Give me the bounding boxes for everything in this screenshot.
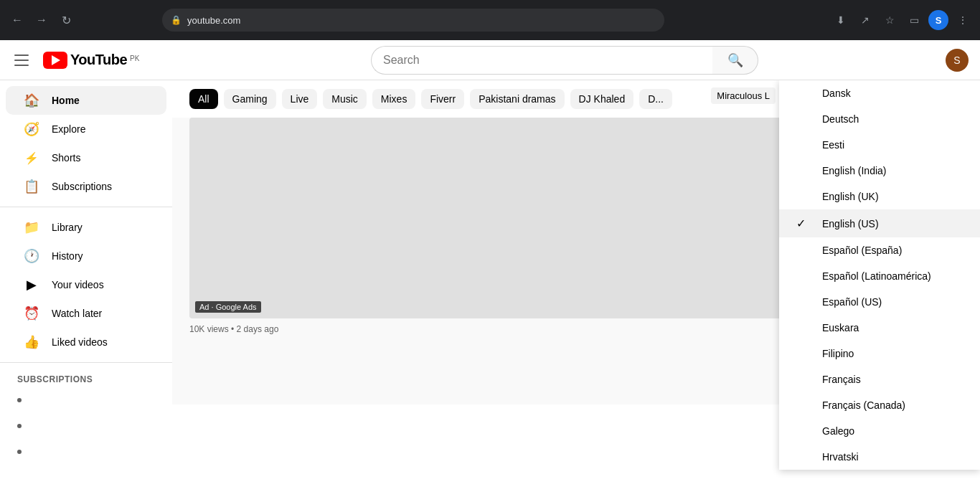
sidebar-divider-2 <box>0 362 172 363</box>
sidebar-subscriptions-label: Subscriptions <box>52 181 112 192</box>
language-label-espanol-espana: Español (España) <box>822 245 963 256</box>
language-label-francais: Français <box>822 374 963 385</box>
watch-later-icon: ⏰ <box>23 306 40 321</box>
browser-nav-buttons: ← → ↻ <box>7 10 76 30</box>
sidebar-explore-label: Explore <box>52 123 85 135</box>
sidebar-item-subscriptions[interactable]: 📋 Subscriptions <box>6 172 166 201</box>
share-icon[interactable]: ↗ <box>855 10 875 30</box>
youtube-logo-icon <box>43 52 67 69</box>
sidebar-item-explore[interactable]: 🧭 Explore <box>6 115 166 143</box>
language-item-english-india[interactable]: English (India) <box>779 158 980 184</box>
subscription-dot-1 <box>17 398 22 402</box>
subscriptions-icon: 📋 <box>23 179 40 194</box>
ad-separator: • <box>231 324 237 334</box>
subscription-dot-2 <box>17 424 22 428</box>
sidebar-item-history[interactable]: 🕐 History <box>6 242 166 270</box>
liked-videos-icon: 👍 <box>23 334 40 350</box>
lock-icon: 🔒 <box>171 15 182 25</box>
download-icon[interactable]: ⬇ <box>831 10 851 30</box>
language-item-espanol-latinoamerica[interactable]: Español (Latinoamérica) <box>779 263 980 289</box>
hamburger-menu[interactable] <box>11 49 34 72</box>
sidebar-liked-videos-label: Liked videos <box>52 336 108 348</box>
language-label-euskara: Euskara <box>822 322 963 333</box>
language-label-english-us: English (US) <box>822 218 963 229</box>
miraculous-label: Miraculous L <box>711 87 776 104</box>
language-label-francais-canada: Français (Canada) <box>822 399 963 411</box>
language-item-francais[interactable]: Français <box>779 366 980 392</box>
language-label-espanol-latinoamerica: Español (Latinoamérica) <box>822 270 963 282</box>
sidebar-home-label: Home <box>52 95 80 106</box>
sidebar-item-home[interactable]: 🏠 Home <box>6 86 166 115</box>
browser-actions: ⬇ ↗ ☆ ▭ S ⋮ <box>831 10 973 30</box>
browser-profile-avatar[interactable]: S <box>928 10 948 30</box>
sidebar-item-your-videos[interactable]: ▶ Your videos <box>6 270 166 299</box>
chip-more[interactable]: D... <box>639 89 672 109</box>
sidebar-item-watch-later[interactable]: ⏰ Watch later <box>6 299 166 328</box>
subscription-item-2[interactable] <box>0 413 172 439</box>
check-mark-english-us: ✓ <box>796 217 811 230</box>
language-item-hrvatski[interactable]: Hrvatski <box>779 444 980 470</box>
language-item-deutsch[interactable]: Deutsch <box>779 106 980 132</box>
sidebar-item-library[interactable]: 📁 Library <box>6 213 166 242</box>
language-item-euskara[interactable]: Euskara <box>779 315 980 341</box>
language-item-english-uk[interactable]: English (UK) <box>779 184 980 209</box>
language-item-dansk[interactable]: Dansk <box>779 80 980 106</box>
subscription-item-3[interactable] <box>0 439 172 465</box>
sidebar-history-label: History <box>52 250 83 262</box>
user-avatar[interactable]: S <box>946 49 969 72</box>
youtube-logo[interactable]: YouTubePK <box>43 52 139 69</box>
language-item-francais-canada[interactable]: Français (Canada) <box>779 392 980 418</box>
language-dropdown: Dansk Deutsch Eesti English (India) Engl… <box>779 80 980 470</box>
language-item-eesti[interactable]: Eesti <box>779 132 980 158</box>
subscriptions-section-title: SUBSCRIPTIONS <box>0 369 172 387</box>
chip-fiverr[interactable]: Fiverr <box>421 89 464 109</box>
history-icon: 🕐 <box>23 248 40 264</box>
split-view-icon[interactable]: ▭ <box>904 10 924 30</box>
sidebar-item-liked-videos[interactable]: 👍 Liked videos <box>6 328 166 356</box>
back-button[interactable]: ← <box>7 10 27 30</box>
search-button[interactable]: 🔍 <box>712 46 758 75</box>
sidebar-item-shorts[interactable]: ⚡ Shorts <box>6 143 166 172</box>
main-layout: 🏠 Home 🧭 Explore ⚡ Shorts 📋 Subscription… <box>0 80 980 497</box>
url-text: youtube.com <box>187 15 240 26</box>
home-icon: 🏠 <box>23 93 40 108</box>
subscription-item-1[interactable] <box>0 387 172 413</box>
language-label-eesti: Eesti <box>822 139 963 151</box>
chip-gaming[interactable]: Gaming <box>224 89 276 109</box>
browser-chrome: ← → ↻ 🔒 youtube.com ⬇ ↗ ☆ ▭ S ⋮ <box>0 0 980 40</box>
language-label-english-uk: English (UK) <box>822 191 963 202</box>
chip-dj-khaled[interactable]: DJ Khaled <box>570 89 634 109</box>
language-item-english-us[interactable]: ✓ English (US) <box>779 209 980 237</box>
search-container: 🔍 <box>184 46 946 75</box>
language-label-hrvatski: Hrvatski <box>822 451 963 463</box>
chip-pakistani-dramas[interactable]: Pakistani dramas <box>470 89 564 109</box>
forward-button[interactable]: → <box>32 10 52 30</box>
library-icon: 📁 <box>23 219 40 235</box>
chip-live[interactable]: Live <box>282 89 318 109</box>
bookmark-icon[interactable]: ☆ <box>880 10 900 30</box>
refresh-button[interactable]: ↻ <box>56 10 76 30</box>
chip-mixes[interactable]: Mixes <box>372 89 416 109</box>
language-label-filipino: Filipino <box>822 348 963 359</box>
search-input[interactable] <box>371 46 712 75</box>
ad-views: 10K views <box>189 324 229 334</box>
ad-time-ago: 2 days ago <box>237 324 279 334</box>
sidebar-shorts-label: Shorts <box>52 152 80 164</box>
language-item-espanol-espana[interactable]: Español (España) <box>779 237 980 263</box>
subscription-dot-3 <box>17 450 22 454</box>
search-box: 🔍 <box>371 46 758 75</box>
language-item-espanol-us[interactable]: Español (US) <box>779 289 980 315</box>
content-area: All Gaming Live Music Mixes Fiverr Pakis… <box>172 80 980 497</box>
address-bar[interactable]: 🔒 youtube.com <box>162 9 664 32</box>
sidebar-divider-1 <box>0 207 172 207</box>
your-videos-icon: ▶ <box>23 277 40 293</box>
explore-icon: 🧭 <box>23 121 40 137</box>
language-item-filipino[interactable]: Filipino <box>779 341 980 366</box>
language-item-galego[interactable]: Galego <box>779 418 980 444</box>
language-label-espanol-us: Español (US) <box>822 296 963 308</box>
language-label-galego: Galego <box>822 425 963 437</box>
chip-all[interactable]: All <box>189 89 218 109</box>
sidebar: 🏠 Home 🧭 Explore ⚡ Shorts 📋 Subscription… <box>0 80 172 497</box>
chip-music[interactable]: Music <box>323 89 367 109</box>
menu-icon[interactable]: ⋮ <box>953 10 973 30</box>
